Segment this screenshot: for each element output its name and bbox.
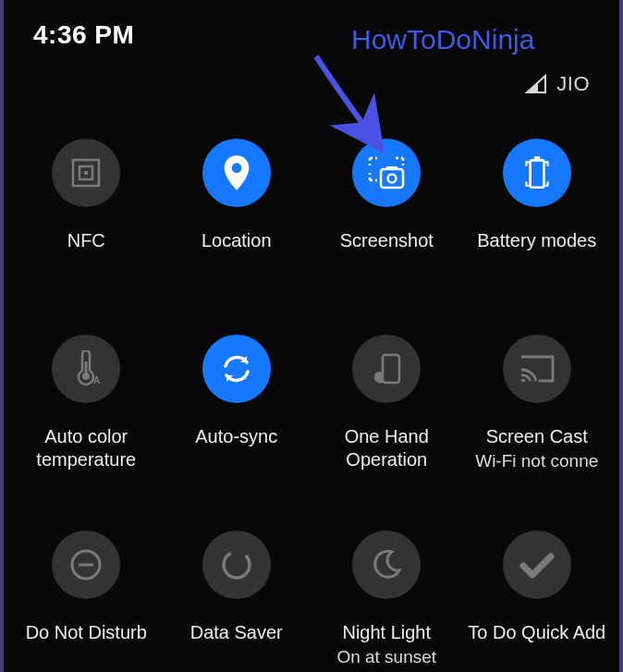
tile-screen-cast[interactable]: Screen Cast Wi-Fi not conne — [462, 335, 613, 492]
tile-label: Location — [200, 229, 274, 252]
signal-icon — [525, 74, 547, 94]
svg-rect-2 — [84, 171, 88, 175]
thermometer-icon: A — [52, 335, 120, 403]
tile-nfc[interactable]: NFC — [11, 139, 162, 296]
tile-auto-sync[interactable]: Auto-sync — [162, 335, 312, 492]
tile-label: NFC — [66, 229, 107, 252]
quick-settings-grid: NFC Location Screenshot Batter — [11, 105, 612, 672]
carrier-label: JIO — [556, 72, 590, 96]
tile-sublabel: On at sunset — [336, 646, 436, 668]
check-icon — [503, 531, 571, 599]
status-right-cluster: JIO — [525, 72, 590, 96]
tile-sublabel: Wi-Fi not conne — [475, 450, 598, 472]
tile-screenshot[interactable]: Screenshot — [312, 139, 462, 296]
svg-point-5 — [388, 175, 397, 183]
tile-location[interactable]: Location — [162, 139, 312, 296]
tile-one-hand-operation[interactable]: One Hand Operation — [312, 335, 462, 492]
tile-auto-color-temperature[interactable]: A Auto color temperature — [11, 335, 162, 492]
nfc-icon — [52, 139, 120, 207]
tile-label: Night Light — [340, 621, 433, 644]
tile-label: Data Saver — [189, 621, 285, 644]
tile-label: Screen Cast — [484, 425, 590, 448]
tile-data-saver[interactable]: Data Saver — [162, 531, 312, 672]
tile-night-light[interactable]: Night Light On at sunset — [312, 531, 462, 672]
cast-icon — [503, 335, 571, 403]
moon-icon — [352, 531, 421, 599]
tile-battery-modes[interactable]: Battery modes — [462, 139, 613, 296]
svg-rect-8 — [534, 156, 540, 160]
tile-todo-quick-add[interactable]: To Do Quick Add — [462, 531, 613, 672]
svg-point-3 — [231, 163, 241, 173]
status-bar: 4:36 PM — [11, 0, 612, 55]
status-time: 4:36 PM — [33, 20, 134, 50]
dnd-icon — [52, 531, 120, 599]
tile-label: To Do Quick Add — [466, 621, 607, 644]
tile-do-not-disturb[interactable]: Do Not Disturb — [11, 531, 162, 672]
svg-text:A: A — [93, 375, 100, 385]
tile-label: Auto-sync — [193, 425, 279, 448]
tile-label: One Hand Operation — [312, 425, 460, 471]
svg-rect-4 — [381, 169, 403, 188]
location-icon — [202, 139, 271, 207]
tile-label: Battery modes — [475, 229, 598, 252]
tile-label: Do Not Disturb — [24, 621, 149, 644]
svg-rect-12 — [383, 355, 399, 383]
tile-label: Screenshot — [338, 229, 435, 252]
battery-icon — [503, 139, 571, 207]
svg-rect-7 — [530, 160, 544, 187]
sync-icon — [202, 335, 271, 403]
svg-rect-6 — [386, 166, 397, 170]
tile-label: Auto color temperature — [12, 425, 160, 471]
screenshot-icon — [352, 139, 421, 207]
one-hand-icon — [352, 335, 421, 403]
data-saver-icon — [202, 531, 271, 599]
